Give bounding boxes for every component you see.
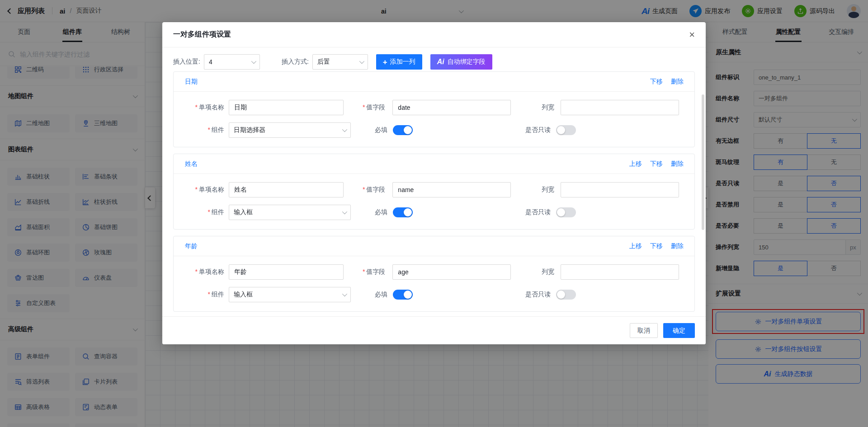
col-width-input[interactable] (561, 100, 679, 115)
required-switch[interactable] (393, 207, 413, 217)
item-name-input[interactable]: 年龄 (229, 264, 344, 280)
item-card-title: 姓名 (185, 160, 198, 168)
delete-link[interactable]: 删除 (671, 160, 684, 168)
readonly-switch[interactable] (556, 207, 576, 217)
value-field-input[interactable]: name (392, 182, 511, 197)
component-select[interactable]: 输入框 (229, 287, 351, 302)
modal-scrollbar[interactable] (702, 94, 704, 230)
chevron-down-icon (342, 209, 347, 214)
ai-logo: Ai (437, 58, 444, 66)
cancel-button[interactable]: 取消 (630, 323, 658, 338)
modal-body: 插入位置: 4 插入方式: 后置 + 添加一列 Ai 自动绑定字段 日期下移删除… (162, 48, 706, 316)
chevron-down-icon (342, 127, 347, 132)
field-label: 列宽 (529, 186, 554, 194)
chevron-down-icon (342, 291, 347, 296)
item-cards: 日期下移删除*单项名称日期*值字段date列宽*组件日期选择器必填是否只读姓名上… (173, 71, 695, 316)
add-column-label: 添加一列 (390, 58, 415, 66)
component-select[interactable]: 输入框 (229, 205, 351, 220)
modal-header: 一对多组件项设置 × (162, 22, 706, 47)
col-width-input[interactable] (561, 182, 679, 197)
insert-mode-value: 后置 (317, 58, 330, 66)
field-label: *值字段 (351, 186, 385, 194)
field-label: *单项名称 (174, 186, 224, 194)
move-up-link[interactable]: 上移 (629, 242, 642, 250)
item-card-title: 年龄 (185, 242, 198, 250)
required-label: 必填 (375, 291, 387, 299)
readonly-label: 是否只读 (525, 291, 551, 299)
value-field-input[interactable]: date (392, 100, 511, 115)
auto-bind-label: 自动绑定字段 (448, 58, 486, 66)
insert-position-select[interactable]: 4 (204, 54, 260, 70)
required-label: 必填 (375, 208, 387, 216)
field-label: *组件 (174, 291, 224, 299)
delete-link[interactable]: 删除 (671, 242, 684, 250)
field-label: *值字段 (351, 103, 385, 112)
chevron-down-icon (359, 59, 364, 64)
modal-footer: 取消 确定 (162, 316, 706, 344)
move-up-link[interactable]: 上移 (629, 160, 642, 168)
item-card-actions: 下移删除 (650, 78, 684, 86)
item-card-body: *单项名称年龄*值字段age列宽*组件输入框必填是否只读 (174, 256, 694, 311)
item-card-header: 年龄上移下移删除 (174, 236, 694, 256)
field-label: *单项名称 (174, 103, 224, 112)
field-label: *组件 (174, 126, 224, 134)
required-switch[interactable] (393, 290, 413, 300)
field-label: *值字段 (351, 268, 385, 276)
item-card-body: *单项名称日期*值字段date列宽*组件日期选择器必填是否只读 (174, 92, 694, 147)
item-card-姓名: 姓名上移下移删除*单项名称姓名*值字段name列宽*组件输入框必填是否只读 (173, 154, 695, 230)
item-card-actions: 上移下移删除 (629, 242, 684, 250)
item-card-title: 日期 (185, 78, 198, 86)
move-down-link[interactable]: 下移 (650, 78, 663, 86)
item-card-body: *单项名称姓名*值字段name列宽*组件输入框必填是否只读 (174, 174, 694, 229)
add-column-button[interactable]: + 添加一列 (376, 54, 422, 70)
ok-button[interactable]: 确定 (663, 323, 695, 338)
required-label: 必填 (375, 126, 387, 134)
insert-position-label: 插入位置: (173, 58, 200, 66)
item-card-header: 姓名上移下移删除 (174, 154, 694, 174)
col-width-input[interactable] (561, 264, 679, 280)
item-card-日期: 日期下移删除*单项名称日期*值字段date列宽*组件日期选择器必填是否只读 (173, 71, 695, 147)
item-card-年龄: 年龄上移下移删除*单项名称年龄*值字段age列宽*组件输入框必填是否只读 (173, 236, 695, 312)
insert-mode-select[interactable]: 后置 (312, 54, 368, 70)
field-label: *组件 (174, 208, 224, 216)
value-field-input[interactable]: age (392, 264, 511, 280)
item-card-actions: 上移下移删除 (629, 160, 684, 168)
close-icon[interactable]: × (689, 30, 695, 40)
move-down-link[interactable]: 下移 (650, 242, 663, 250)
plus-icon: + (383, 58, 387, 66)
component-select[interactable]: 日期选择器 (229, 122, 351, 138)
insert-mode-label: 插入方式: (282, 58, 309, 66)
insert-controls: 插入位置: 4 插入方式: 后置 + 添加一列 Ai 自动绑定字段 (173, 54, 695, 70)
insert-position-value: 4 (209, 58, 212, 66)
auto-bind-fields-button[interactable]: Ai 自动绑定字段 (430, 54, 492, 70)
chevron-down-icon (251, 59, 256, 64)
readonly-switch[interactable] (556, 125, 576, 135)
item-name-input[interactable]: 姓名 (229, 182, 344, 197)
field-label: 列宽 (529, 103, 554, 112)
field-label: 列宽 (529, 268, 554, 276)
readonly-switch[interactable] (556, 290, 576, 300)
item-card-header: 日期下移删除 (174, 72, 694, 92)
move-down-link[interactable]: 下移 (650, 160, 663, 168)
modal-title: 一对多组件项设置 (173, 30, 231, 39)
readonly-label: 是否只读 (525, 208, 551, 216)
readonly-label: 是否只读 (525, 126, 551, 134)
one-to-many-item-settings-modal: 一对多组件项设置 × 插入位置: 4 插入方式: 后置 + 添加一列 Ai 自动… (162, 22, 706, 344)
required-switch[interactable] (393, 125, 413, 135)
delete-link[interactable]: 删除 (671, 78, 684, 86)
field-label: *单项名称 (174, 268, 224, 276)
item-name-input[interactable]: 日期 (229, 100, 344, 115)
